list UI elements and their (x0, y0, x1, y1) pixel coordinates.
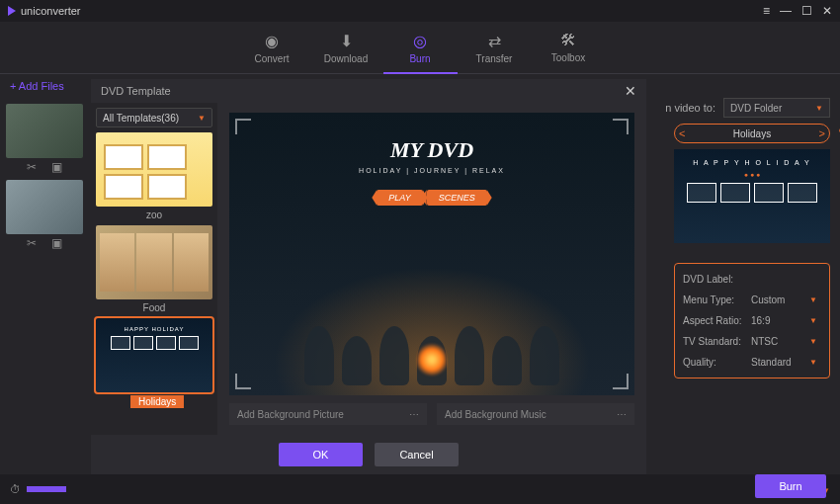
clock-icon: ⏱ (10, 483, 21, 495)
burn-button[interactable]: Burn (755, 474, 826, 498)
burn-icon: ◎ (413, 32, 427, 50)
burn-to-label: n video to: (665, 102, 715, 114)
quality-select[interactable]: Standard▼ (747, 357, 821, 368)
template-item-food[interactable]: Food (96, 225, 212, 313)
bg-picture-input[interactable]: Add Background Picture⋯ (229, 403, 427, 425)
logo-icon (8, 6, 16, 16)
chevron-down-icon: ▼ (809, 295, 817, 304)
template-preview: MY DVD HOLIDAY | JOURNEY | RELAX PLAY SC… (217, 103, 646, 435)
chevron-down-icon: ▼ (815, 104, 823, 113)
cut-icon[interactable]: ✂ (27, 160, 37, 174)
top-nav: ◉Convert ⬇Download ◎Burn ⇄Transfer 🛠Tool… (0, 22, 840, 74)
aspect-ratio-select[interactable]: 16:9▼ (747, 315, 821, 326)
prev-template-button[interactable]: < (679, 127, 685, 139)
burn-to-row: n video to: DVD Folder▼ (665, 98, 830, 118)
template-preview-small: H A P P Y H O L I D A Y ● ● ● (674, 149, 830, 243)
modal-close-button[interactable]: ✕ (625, 83, 636, 99)
app-name: uniconverter (21, 5, 81, 17)
template-filter-select[interactable]: All Templates(36)▼ (96, 108, 212, 127)
bg-music-input[interactable]: Add Background Music⋯ (437, 403, 634, 425)
download-icon: ⬇ (340, 32, 353, 50)
nav-transfer[interactable]: ⇄Transfer (458, 22, 532, 73)
crop-icon[interactable]: ▣ (51, 160, 62, 174)
dvd-settings: DVD Label: Menu Type:Custom▼ Aspect Rati… (674, 263, 830, 378)
transfer-icon: ⇄ (488, 32, 501, 50)
ok-button[interactable]: OK (279, 443, 363, 466)
chevron-down-icon: ▼ (809, 358, 817, 367)
dvd-play-button[interactable]: PLAY (377, 190, 422, 206)
dvd-subtitle: HOLIDAY | JOURNEY | RELAX (359, 167, 505, 174)
template-nav-label: Holidays (733, 128, 771, 139)
chevron-down-icon: ▼ (809, 337, 817, 346)
template-list: All Templates(36)▼ zoo Food HAPPY HOLIDA… (91, 103, 217, 435)
convert-icon: ◉ (265, 32, 279, 50)
video-thumb[interactable] (6, 180, 83, 234)
chevron-down-icon: ▼ (198, 114, 206, 123)
nav-burn[interactable]: ◎Burn (383, 22, 458, 73)
dvd-template-modal: DVD Template ✕ All Templates(36)▼ zoo Fo… (91, 79, 646, 474)
dvd-menu-preview: MY DVD HOLIDAY | JOURNEY | RELAX PLAY SC… (229, 113, 634, 395)
template-item-holidays[interactable]: HAPPY HOLIDAY Holidays (96, 318, 212, 408)
nav-toolbox[interactable]: 🛠Toolbox (532, 22, 606, 73)
cancel-button[interactable]: Cancel (375, 443, 459, 466)
dvd-title: MY DVD (390, 137, 473, 163)
next-template-button[interactable]: > (819, 127, 825, 139)
menu-icon[interactable]: ≡ (763, 4, 770, 18)
tv-standard-select[interactable]: NTSC▼ (747, 336, 821, 347)
toolbox-icon: 🛠 (560, 32, 576, 49)
cut-icon[interactable]: ✂ (27, 236, 37, 250)
maximize-button[interactable]: ☐ (801, 4, 812, 18)
crop-icon[interactable]: ▣ (51, 236, 62, 250)
right-panel: < Holidays > ✎ H A P P Y H O L I D A Y ●… (664, 75, 840, 386)
modal-title: DVD Template (101, 85, 171, 97)
close-button[interactable]: ✕ (822, 4, 832, 18)
bottom-bar: ⏱ 5 (4700M) ▼ (0, 474, 840, 504)
title-bar: uniconverter ≡ — ☐ ✕ (0, 0, 840, 22)
app-logo: uniconverter (8, 5, 81, 17)
video-list: ✂▣ ✂▣ (0, 98, 89, 473)
nav-download[interactable]: ⬇Download (309, 22, 383, 73)
more-icon[interactable]: ⋯ (617, 409, 627, 420)
add-files-button[interactable]: + Add Files (10, 80, 64, 92)
template-item-zoo[interactable]: zoo (96, 132, 212, 220)
more-icon[interactable]: ⋯ (409, 409, 419, 420)
minimize-button[interactable]: — (780, 4, 792, 18)
template-nav: < Holidays > ✎ (674, 124, 830, 143)
burn-to-select[interactable]: DVD Folder▼ (723, 98, 830, 118)
dvd-scenes-button[interactable]: SCENES (427, 190, 487, 206)
nav-convert[interactable]: ◉Convert (235, 22, 309, 73)
video-thumb[interactable] (6, 104, 83, 158)
chevron-down-icon: ▼ (809, 316, 817, 325)
progress-bar (27, 486, 66, 492)
menu-type-select[interactable]: Custom▼ (747, 294, 821, 305)
